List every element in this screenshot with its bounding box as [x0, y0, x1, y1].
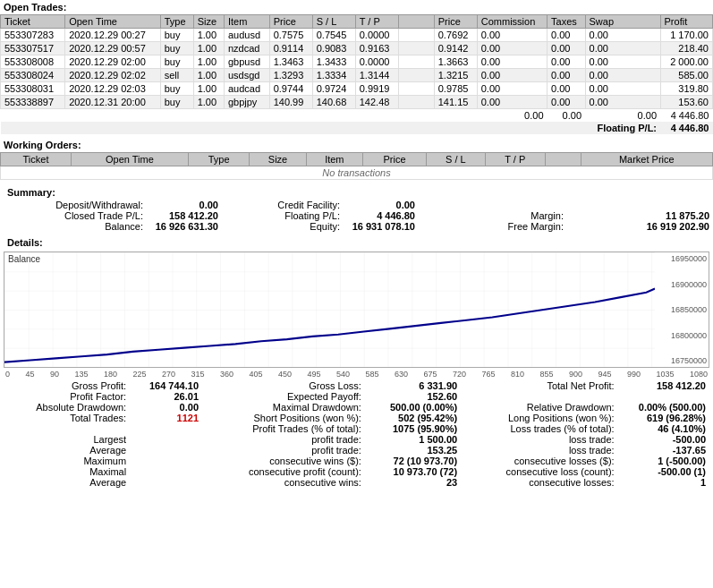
- wo-col-type: Type: [188, 153, 249, 166]
- wo-col-size: Size: [250, 153, 306, 166]
- deposit-label: Deposit/Withdrawal:: [4, 200, 147, 210]
- details-section: Details: Balance 16950000 16900000 16850…: [0, 235, 713, 379]
- y-label-4: 16800000: [671, 331, 707, 340]
- gross-profit-label: Gross Profit:: [7, 380, 130, 391]
- closed-pl-value: 158 412.20: [147, 210, 236, 221]
- max-drawdown-label: Maximal Drawdown:: [213, 402, 365, 413]
- stats-row-10: Average consecutive wins: 23 consecutive…: [7, 477, 706, 488]
- y-label-2: 16900000: [671, 280, 707, 289]
- stats-row-4: Total Trades: 1121 Short Positions (won …: [7, 413, 706, 423]
- deposit-value: 0.00: [147, 200, 236, 210]
- trade-row-4: 5533080312020.12.29 02:03buy1.00audcad0.…: [1, 82, 713, 96]
- wo-col-open-time: Open Time: [72, 153, 189, 166]
- profit-trades-pct-label: Profit Trades (% of total):: [213, 423, 365, 434]
- max-consec-loss-value: -500.00 (1): [618, 466, 706, 477]
- col-commission: Commission: [477, 15, 547, 29]
- stats-row-2: Profit Factor: 26.01 Expected Payoff: 15…: [7, 391, 706, 402]
- col-price: Price: [269, 15, 312, 29]
- chart-svg: [4, 252, 655, 367]
- svg-rect-0: [4, 252, 655, 367]
- balance-chart: Balance 16950000 16900000 16850000 16800…: [4, 251, 709, 368]
- avg-consec-losses-value: 1: [618, 477, 706, 488]
- summary-row-1: Deposit/Withdrawal: 0.00 Credit Facility…: [4, 200, 709, 210]
- trade-row-2: 5533080082020.12.29 02:00buy1.00gbpusd1.…: [1, 55, 713, 69]
- open-trades-header-row: Ticket Open Time Type Size Item Price S …: [1, 15, 713, 29]
- largest-loss-trade-label: loss trade:: [471, 434, 617, 445]
- long-positions-label: Long Positions (won %):: [471, 413, 617, 423]
- summary-row-3: Balance: 16 926 631.30 Equity: 16 931 07…: [4, 221, 709, 232]
- loss-trades-pct-value: 46 (4.10%): [618, 423, 706, 434]
- wo-col-price: Price: [363, 153, 427, 166]
- empty-2: [567, 200, 709, 210]
- largest-profit-trade-label: profit trade:: [213, 434, 365, 445]
- stats-row-9: Maximal consecutive profit (count): 10 9…: [7, 466, 706, 477]
- gross-profit-value: 164 744.10: [130, 380, 213, 391]
- working-orders-title: Working Orders:: [0, 138, 713, 152]
- wo-col-ticket: Ticket: [1, 153, 72, 166]
- avg-profit-trade-label: profit trade:: [213, 445, 365, 456]
- equity-label: Equity:: [236, 221, 344, 232]
- stats-row-7: Average profit trade: 153.25 loss trade:…: [7, 445, 706, 456]
- details-title: Details:: [4, 235, 709, 250]
- total-trades-value: 1121: [130, 413, 213, 423]
- avg-loss-trade-value: -137.65: [618, 445, 706, 456]
- expected-payoff-value: 152.60: [365, 391, 471, 402]
- stats-row-1: Gross Profit: 164 744.10 Gross Loss: 6 3…: [7, 380, 706, 391]
- no-transactions-text: No transactions: [1, 166, 713, 180]
- wo-col-tp: T / P: [485, 153, 545, 166]
- maximal-label: Maximal: [7, 466, 130, 477]
- gross-loss-label: Gross Loss:: [213, 380, 365, 391]
- abs-drawdown-value: 0.00: [130, 402, 213, 413]
- empty-1: [433, 200, 567, 210]
- short-positions-value: 502 (95.42%): [365, 413, 471, 423]
- floating-pl-value: 4 446.80: [344, 210, 433, 221]
- col-open-time: Open Time: [65, 15, 161, 29]
- stats-row-5: Profit Trades (% of total): 1075 (95.90%…: [7, 423, 706, 434]
- max-consec-wins-label: consecutive wins ($):: [213, 456, 365, 466]
- margin-label: Margin:: [433, 210, 567, 221]
- totals-row: 0.000.000.004 446.80: [1, 109, 713, 123]
- working-orders-table: Ticket Open Time Type Size Item Price S …: [0, 152, 713, 180]
- expected-payoff-label: Expected Payoff:: [213, 391, 365, 402]
- col-size: Size: [193, 15, 224, 29]
- free-margin-value: 16 919 202.90: [567, 221, 709, 232]
- max-consec-profit-label: consecutive profit (count):: [213, 466, 365, 477]
- largest-profit-trade-value: 1 500.00: [365, 434, 471, 445]
- no-transactions-row: No transactions: [1, 166, 713, 180]
- col-tp: T / P: [355, 15, 398, 29]
- average-label: Average: [7, 445, 130, 456]
- max-consec-wins-value: 72 (10 973.70): [365, 456, 471, 466]
- credit-label: Credit Facility:: [236, 200, 344, 210]
- largest-loss-trade-value: -500.00: [618, 434, 706, 445]
- floating-pl-row: Floating P/L:4 446.80: [1, 122, 713, 134]
- wo-col-item: Item: [306, 153, 362, 166]
- total-net-profit-value: 158 412.20: [618, 380, 706, 391]
- col-ticket: Ticket: [1, 15, 65, 29]
- avg-profit-trade-value: 153.25: [365, 445, 471, 456]
- max-consec-losses-value: 1 (-500.00): [618, 456, 706, 466]
- margin-value: 11 875.20: [567, 210, 709, 221]
- col-taxes: Taxes: [547, 15, 586, 29]
- average2-label: Average: [7, 477, 130, 488]
- profit-factor-label: Profit Factor:: [7, 391, 130, 402]
- open-trades-title: Open Trades:: [0, 0, 713, 14]
- col-profit: Profit: [660, 15, 712, 29]
- credit-value: 0.00: [344, 200, 433, 210]
- total-net-profit-label: Total Net Profit:: [471, 380, 617, 391]
- balance-label: Balance:: [4, 221, 147, 232]
- max-consec-profit-value: 10 973.70 (72): [365, 466, 471, 477]
- gross-loss-value: 6 331.90: [365, 380, 471, 391]
- floating-pl-value: 4 446.80: [660, 122, 712, 134]
- wo-col-sl: S / L: [426, 153, 485, 166]
- chart-x-labels: 0 45 90 135 180 225 270 315 360 405 450 …: [4, 370, 709, 379]
- col-item: Item: [224, 15, 269, 29]
- stats-table: Gross Profit: 164 744.10 Gross Loss: 6 3…: [7, 380, 706, 488]
- y-label-3: 16850000: [671, 305, 707, 314]
- free-margin-label: Free Margin:: [433, 221, 567, 232]
- stats-row-3: Absolute Drawdown: 0.00 Maximal Drawdown…: [7, 402, 706, 413]
- max-consec-losses-label: consecutive losses ($):: [471, 456, 617, 466]
- short-positions-label: Short Positions (won %):: [213, 413, 365, 423]
- col-swap: Swap: [585, 15, 660, 29]
- chart-y-labels: 16950000 16900000 16850000 16800000 1675…: [671, 252, 707, 367]
- col-type: Type: [160, 15, 193, 29]
